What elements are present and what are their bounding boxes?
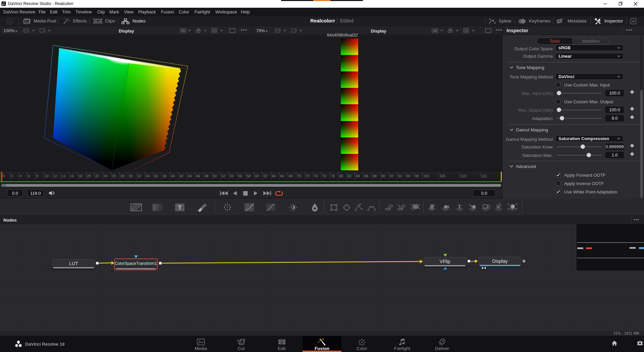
svg-text:T: T	[178, 204, 182, 211]
svg-text:A: A	[25, 28, 28, 33]
svg-text:A: A	[276, 28, 279, 33]
svg-text:T: T	[458, 204, 462, 210]
